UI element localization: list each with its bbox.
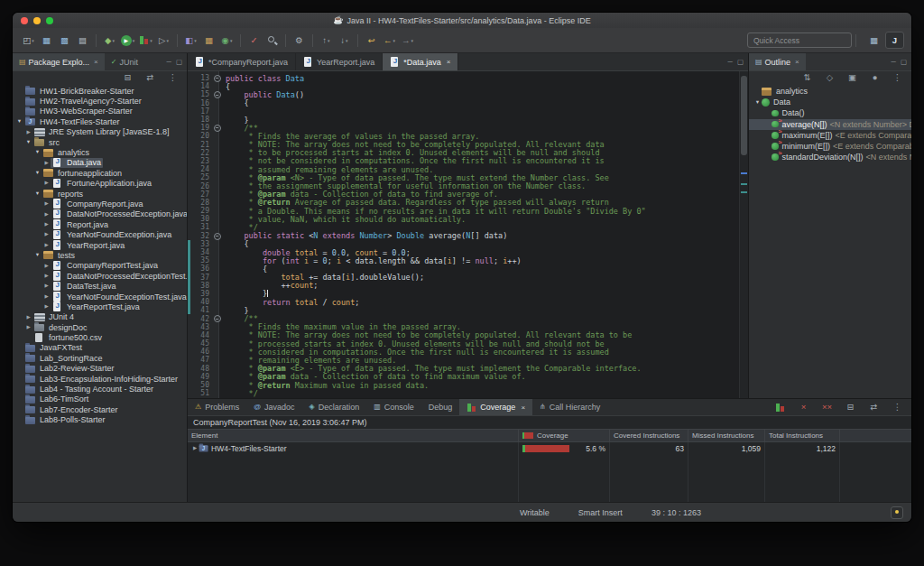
view-menu-icon[interactable]: ⋮	[889, 70, 906, 86]
tab-declaration[interactable]: ◈Declaration	[302, 399, 367, 415]
print-icon[interactable]: ▤	[74, 32, 91, 48]
expand-arrow-icon[interactable]: ▶	[42, 232, 51, 237]
expand-arrow-icon[interactable]: ▶	[42, 243, 51, 248]
maximize-view-icon[interactable]: ▢	[176, 58, 182, 66]
tab-debug[interactable]: Debug	[421, 399, 460, 415]
hide-fields-icon[interactable]: ◇	[821, 70, 838, 86]
tree-item[interactable]: JavaFXTest	[13, 343, 187, 353]
tab-coverage[interactable]: Coverage×	[459, 399, 532, 415]
expand-arrow-icon[interactable]: ▶	[42, 222, 51, 227]
tree-item[interactable]: Lab7-Encoder-Starter	[13, 404, 187, 414]
column-header[interactable]: Total Instructions	[765, 430, 840, 441]
run-icon[interactable]: ▶▾	[119, 32, 136, 48]
tree-item[interactable]: ▶JFortuneApplication.java	[13, 179, 187, 189]
tree-item[interactable]: ▶JData.java	[13, 158, 187, 168]
code-line[interactable]: 40 return total / count;	[188, 298, 739, 306]
code-line[interactable]: 15 public Data()	[188, 90, 739, 98]
tree-item[interactable]: ▼analytics	[13, 147, 187, 157]
tree-item[interactable]: HW1-BrickBreaker-Starter	[13, 86, 187, 96]
expand-arrow-icon[interactable]: ▼	[33, 191, 42, 197]
overview-ruler-mark[interactable]	[741, 183, 747, 185]
debug-icon[interactable]: ◆▾	[101, 32, 118, 48]
tab-package-explorer[interactable]: ▤ Package Explo... ×	[13, 53, 105, 70]
expand-arrow-icon[interactable]: ▼	[33, 150, 42, 155]
outline-item[interactable]: Saverage(N[])<N extends Number> Double	[749, 119, 911, 130]
tree-item[interactable]: ▼JHW4-TextFiles-Starter	[13, 116, 187, 126]
expand-arrow-icon[interactable]: ▶	[42, 212, 51, 218]
tree-item[interactable]: ▶JDataNotProcessedException.java	[13, 209, 187, 219]
editor-tab[interactable]: J*CompanyReport.java	[188, 53, 296, 70]
tree-item[interactable]: Lab6-TimSort	[13, 394, 187, 404]
forward-icon[interactable]: →▾	[399, 32, 416, 48]
tree-item[interactable]: ▶JYearReportTest.java	[13, 302, 187, 311]
outline-item[interactable]: Data()	[749, 107, 911, 118]
fold-collapse-icon[interactable]	[214, 315, 221, 322]
coverage-session-icon[interactable]	[772, 400, 789, 415]
open-perspective-icon[interactable]: ▦	[865, 32, 882, 48]
close-icon[interactable]: ×	[795, 58, 799, 66]
remove-session-icon[interactable]: ×	[795, 400, 812, 415]
code-line[interactable]: 50 * @return Maximum value in passed dat…	[188, 381, 739, 389]
code-line[interactable]: 30 * value, NaN, which it should do auto…	[188, 215, 739, 223]
save-all-icon[interactable]: ▩	[56, 32, 73, 48]
tab-outline[interactable]: ▤ Outline ×	[749, 53, 806, 70]
link-with-selection-icon[interactable]: ⇄	[865, 400, 882, 415]
expand-arrow-icon[interactable]: ▶	[42, 181, 51, 186]
tree-item[interactable]: ▼reports	[13, 189, 187, 199]
view-menu-icon[interactable]: ⋮	[164, 70, 181, 86]
fold-column[interactable]	[212, 90, 222, 98]
expand-arrow-icon[interactable]: ▼	[33, 171, 42, 176]
code-line[interactable]: 51 */	[188, 389, 739, 397]
minimize-view-icon[interactable]: ─	[892, 58, 896, 66]
outline-item[interactable]: SstandardDeviation(N[])<N extends Number…	[749, 152, 911, 162]
expand-arrow-icon[interactable]: ▶	[42, 283, 51, 289]
tab-javadoc[interactable]: @Javadoc	[246, 399, 301, 415]
expand-arrow-icon[interactable]: ▶	[24, 130, 32, 135]
tree-item[interactable]: ▶JUnit 4	[13, 312, 187, 322]
tree-item[interactable]: HW3-WebScraper-Starter	[13, 107, 187, 116]
sort-icon[interactable]: ⇅	[799, 70, 816, 86]
close-icon[interactable]: ×	[94, 58, 98, 66]
expand-arrow-icon[interactable]: ▶	[24, 315, 32, 320]
expand-arrow-icon[interactable]: ▶	[42, 161, 51, 166]
expand-arrow-icon[interactable]: ▼	[24, 140, 32, 145]
tree-item[interactable]: ▶JReport.java	[13, 219, 187, 229]
tree-item[interactable]: Lab2-Review-Starter	[13, 364, 187, 374]
tree-item[interactable]: HW2-TravelAgency?-Starter	[13, 96, 187, 106]
new-class-icon[interactable]: ◉▾	[218, 32, 236, 48]
tree-item[interactable]: ▼fortuneapplication	[13, 168, 187, 178]
quick-access[interactable]: Quick Access	[747, 32, 852, 48]
tab-console[interactable]: ▥Console	[366, 399, 421, 415]
outline-item[interactable]: ▼Data	[749, 97, 911, 107]
expand-arrow-icon[interactable]: ▶	[24, 325, 32, 330]
tree-item[interactable]: ▼src	[13, 137, 187, 147]
back-icon[interactable]: ←▾	[381, 32, 398, 48]
expand-arrow-icon[interactable]: ▶	[42, 304, 51, 310]
java-perspective-icon[interactable]: J	[885, 32, 904, 49]
tree-item[interactable]: Lab3-Encapsulation-InfoHiding-Starter	[13, 374, 187, 384]
outline-item[interactable]: Smaximum(E[])<E extends Comparable<E>> E	[749, 130, 911, 141]
collapse-all-icon[interactable]: ⊟	[842, 400, 859, 415]
editor-tab[interactable]: J*Data.java×	[383, 53, 458, 70]
hide-non-public-icon[interactable]: ●	[866, 70, 883, 86]
tree-item[interactable]: ▶JCompanyReport.java	[13, 199, 187, 209]
tree-item[interactable]: ▶JYearNotFoundExceptionTest.java	[13, 292, 187, 302]
hide-static-icon[interactable]: ▣	[844, 70, 861, 86]
code-line[interactable]: 18 }	[188, 116, 739, 124]
notification-icon[interactable]	[891, 506, 903, 519]
last-edit-location-icon[interactable]: ↩	[363, 32, 380, 48]
fold-collapse-icon[interactable]	[214, 233, 221, 240]
maximize-view-icon[interactable]: ▢	[737, 58, 744, 66]
coverage-icon[interactable]: ▾	[137, 32, 154, 48]
minimize-view-icon[interactable]: ─	[728, 58, 733, 66]
overview-ruler-mark[interactable]	[741, 191, 747, 193]
code-line[interactable]: 41 }	[188, 306, 739, 314]
overview-ruler-mark[interactable]	[741, 172, 747, 174]
previous-annotation-icon[interactable]: ↑▾	[318, 32, 335, 48]
tree-item[interactable]: fortune500.csv	[13, 332, 187, 342]
outline-item[interactable]: analytics	[749, 86, 911, 97]
close-tab-icon[interactable]: ×	[447, 58, 451, 66]
outline-item[interactable]: Sminimum(E[])<E extends Comparable<E>> E	[749, 141, 911, 152]
editor-scrollbar[interactable]	[739, 71, 748, 398]
link-with-editor-icon[interactable]: ⇄	[142, 70, 159, 86]
